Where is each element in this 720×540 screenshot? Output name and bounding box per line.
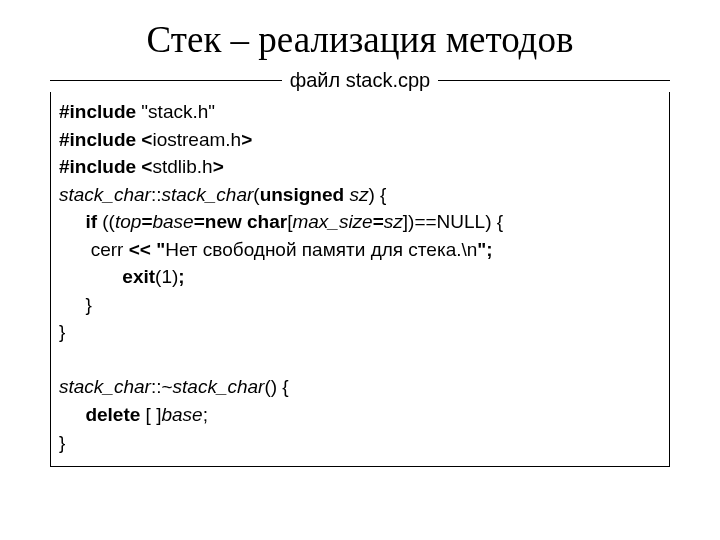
code-line bbox=[59, 346, 659, 374]
rule-left bbox=[50, 80, 282, 81]
code-line: #include <iostream.h> bbox=[59, 126, 659, 154]
code-box: #include "stack.h" #include <iostream.h>… bbox=[50, 92, 670, 467]
code-line: #include "stack.h" bbox=[59, 98, 659, 126]
slide-title: Стек – реализация методов bbox=[0, 18, 720, 61]
code-line: if ((top=base=new char[max_size=sz])==NU… bbox=[59, 208, 659, 236]
file-label: файл stack.cpp bbox=[290, 69, 430, 92]
code-line: delete [ ]base; bbox=[59, 401, 659, 429]
code-line: exit(1); bbox=[59, 263, 659, 291]
code-line: cerr << "Нет свободной памяти для стека.… bbox=[59, 236, 659, 264]
code-line: #include <stdlib.h> bbox=[59, 153, 659, 181]
rule-right bbox=[438, 80, 670, 81]
file-label-row: файл stack.cpp bbox=[50, 69, 670, 92]
code-line: stack_char::~stack_char() { bbox=[59, 373, 659, 401]
code-line: } bbox=[59, 291, 659, 319]
code-line: } bbox=[59, 318, 659, 346]
code-line: } bbox=[59, 429, 659, 457]
code-line: stack_char::stack_char(unsigned sz) { bbox=[59, 181, 659, 209]
